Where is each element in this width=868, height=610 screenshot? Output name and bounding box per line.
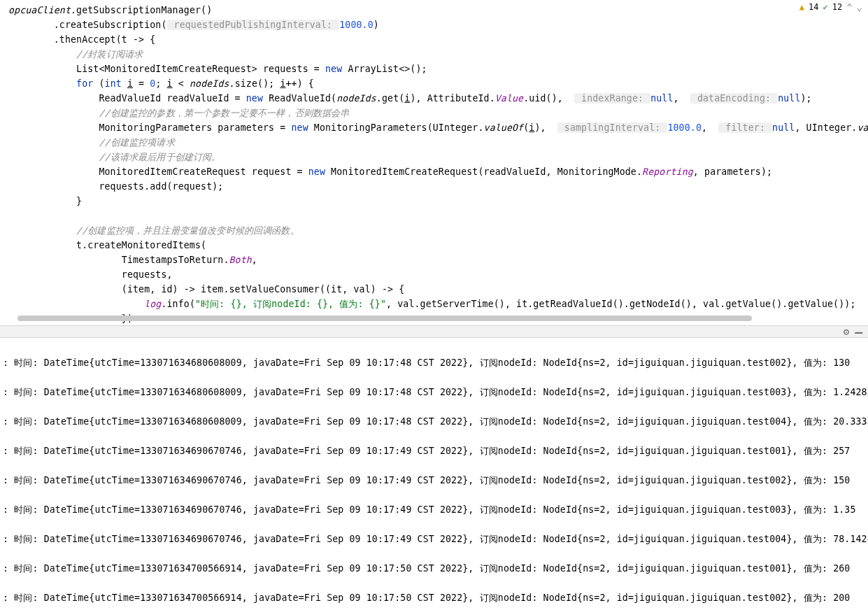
check-count: 12 [832,2,842,12]
check-icon[interactable]: ✔ [823,2,827,12]
nav-down-icon[interactable]: ⌄ [857,1,862,13]
console-output[interactable]: : 时间: DateTime{utcTime=13307163468060800… [0,338,868,610]
console-toolbar: ⚙ — [0,325,868,338]
console-line: : 时间: DateTime{utcTime=13307163468060800… [3,414,868,429]
console-line: : 时间: DateTime{utcTime=13307163469067074… [3,473,868,488]
console-line: : 时间: DateTime{utcTime=13307163468060800… [3,355,868,370]
horizontal-scrollbar[interactable] [17,315,752,321]
console-line: : 时间: DateTime{utcTime=13307163470056691… [3,561,868,576]
console-line: : 时间: DateTime{utcTime=13307163469067074… [3,502,868,517]
gear-icon[interactable]: ⚙ [844,326,849,337]
console-line: : 时间: DateTime{utcTime=13307163470056691… [3,590,868,605]
warning-icon[interactable]: ▲ [799,2,804,12]
nav-up-icon[interactable]: ⌃ [846,1,852,13]
console-line: : 时间: DateTime{utcTime=13307163468060800… [3,385,868,399]
console-line: : 时间: DateTime{utcTime=13307163469067074… [3,532,868,546]
console-line: : 时间: DateTime{utcTime=13307163469067074… [3,444,868,458]
code-content[interactable]: opcuaClient.getSubscriptionManager() .cr… [0,0,868,325]
inspection-indicators: ▲ 14 ✔ 12 ⌃ ⌄ [799,1,862,13]
minimize-icon[interactable]: — [855,325,862,339]
warning-count: 14 [809,2,818,12]
code-editor-pane[interactable]: ▲ 14 ✔ 12 ⌃ ⌄ opcuaClient.getSubscriptio… [0,0,868,325]
